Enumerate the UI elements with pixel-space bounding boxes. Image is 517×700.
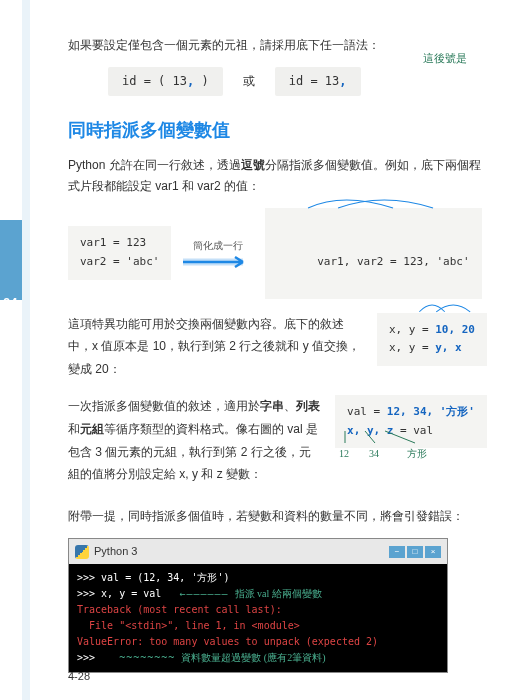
code-text: var1, var2 = 123, 'abc' <box>317 255 469 268</box>
bold-text: 元組 <box>80 422 104 436</box>
unpack-arrows-icon <box>335 429 475 449</box>
maximize-button[interactable]: □ <box>407 546 423 558</box>
code-highlight: 10, 20 <box>435 323 475 336</box>
chapter-tab <box>0 220 22 300</box>
python-icon <box>75 545 89 559</box>
arrow-icon <box>183 255 253 269</box>
value-annotation: 12 <box>339 445 349 463</box>
comma-highlight: , <box>339 74 346 88</box>
paragraph-3: 這項特異功能可用於交換兩個變數內容。底下的敘述中，x 值原本是 10，執行到第 … <box>68 313 363 381</box>
terminal-error-line: Traceback (most recent call last): <box>77 604 282 615</box>
code-highlight: y, x <box>435 341 462 354</box>
code-block-multiline: var1 = 123 var2 = 'abc' <box>68 226 171 279</box>
value-annotation: 34 <box>369 445 379 463</box>
terminal-annotation: 指派 val 給兩個變數 <box>235 588 322 599</box>
code-block-oneline: var1, var2 = 123, 'abc' <box>265 208 481 299</box>
terminal-titlebar: Python 3 − □ × <box>69 539 447 565</box>
minimize-button[interactable]: − <box>389 546 405 558</box>
code-text: id = 13 <box>289 74 340 88</box>
code-text: id = ( 13 <box>122 74 187 88</box>
code-block-swap: x, y = 10, 20 x, y = y, x <box>377 313 487 366</box>
text: 等循序類型的資料格式。像右圖的 val 是包含 3 個元素的元組，執行到第 2 … <box>68 422 318 482</box>
terminal-line: >>> x, y = val <box>77 588 161 599</box>
paragraph-4: 一次指派多個變數值的敘述，適用於字串、列表和元組等循序類型的資料格式。像右圖的 … <box>68 395 321 486</box>
swap-example-row: 這項特異功能可用於交換兩個變數內容。底下的敘述中，x 值原本是 10，執行到第 … <box>68 313 487 381</box>
bold-text: 字串 <box>260 399 284 413</box>
tuple-syntax-1: id = ( 13, ) <box>108 67 223 97</box>
swap-code-column: x, y = 10, 20 x, y = y, x <box>377 313 487 366</box>
side-stripe <box>22 0 30 700</box>
section-heading: 同時指派多個變數值 <box>68 114 487 146</box>
tuple-syntax-row: id = ( 13, ) 或 id = 13, 這後號是 <box>108 67 487 97</box>
swap-arrows-icon <box>377 295 487 315</box>
code-comparison-row: var1 = 123 var2 = 'abc' 簡化成一行 var1, var2… <box>68 208 487 299</box>
code-highlight: 12, 34, '方形' <box>387 405 475 418</box>
terminal-line: >>> val = (12, 34, '方形') <box>77 572 229 583</box>
code-text: val = <box>347 405 387 418</box>
unpack-example-row: 一次指派多個變數值的敘述，適用於字串、列表和元組等循序類型的資料格式。像右圖的 … <box>68 395 487 486</box>
bold-text: 列表 <box>296 399 320 413</box>
terminal-line: >>> <box>77 652 95 663</box>
terminal-window: Python 3 − □ × >>> val = (12, 34, '方形') … <box>68 538 448 674</box>
chapter-number: 04 <box>3 295 17 310</box>
value-annotation: 方形 <box>407 445 427 463</box>
terminal-title-text: Python 3 <box>94 542 137 562</box>
terminal-error-line: ValueError: too many values to unpack (e… <box>77 636 378 647</box>
simplify-arrow: 簡化成一行 <box>183 237 253 269</box>
code-text: x, y = <box>389 323 435 336</box>
code-text: x, y = <box>389 341 435 354</box>
handwritten-annotation: 這後號是 <box>423 49 467 69</box>
text: 一次指派多個變數值的敘述，適用於 <box>68 399 260 413</box>
tuple-syntax-2: id = 13, <box>275 67 361 97</box>
paragraph-5: 附帶一提，同時指派多個值時，若變數和資料的數量不同，將會引發錯誤： <box>68 506 487 528</box>
page-number: 4-28 <box>68 670 90 682</box>
terminal-error-line: File "<stdin>", line 1, in <module> <box>77 620 300 631</box>
close-button[interactable]: × <box>425 546 441 558</box>
terminal-annotation: 資料數量超過變數 (應有2筆資料) <box>181 652 325 663</box>
code-text: ) <box>194 74 208 88</box>
bold-text: 逗號 <box>241 158 265 172</box>
terminal-body: >>> val = (12, 34, '方形') >>> x, y = val … <box>69 564 447 672</box>
text: Python 允許在同一行敘述，透過 <box>68 158 241 172</box>
or-label: 或 <box>243 71 255 93</box>
window-buttons: − □ × <box>389 546 441 558</box>
arrow-label: 簡化成一行 <box>193 237 243 255</box>
page-content: 如果要設定僅包含一個元素的元祖，請採用底下任一語法： id = ( 13, ) … <box>68 0 517 673</box>
unpack-code-column: val = 12, 34, '方形' x, y, z = val 12 34 方… <box>335 395 487 448</box>
swap-arrows-icon <box>265 190 481 210</box>
